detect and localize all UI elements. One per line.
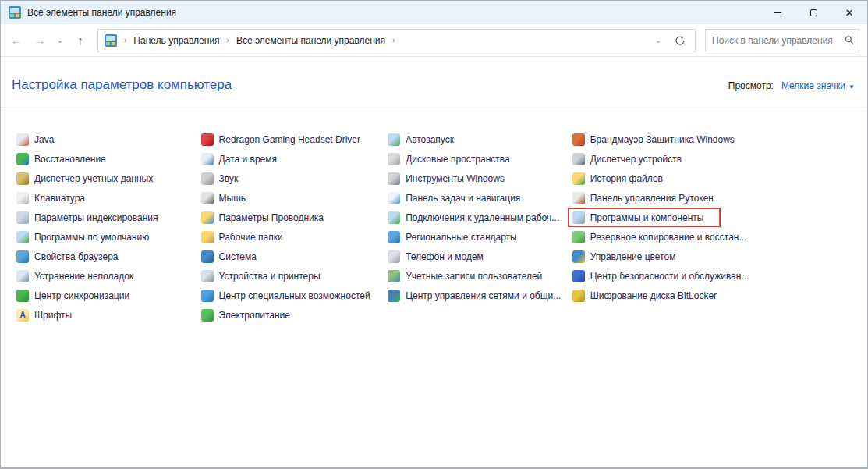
control-panel-icon — [9, 6, 21, 19]
control-panel-item-row: Панель задач и навигация — [384, 188, 523, 208]
control-panel-item[interactable]: Программы по умолчанию — [13, 229, 152, 245]
control-panel-item[interactable]: Рабочие папки — [198, 229, 286, 245]
history-dropdown-button[interactable]: ⌄ — [52, 30, 68, 52]
control-panel-item-label: История файлов — [590, 173, 663, 184]
control-panel-item[interactable]: Брандмауэр Защитника Windows — [569, 131, 738, 147]
control-panel-item-row: Подключения к удаленным рабоч... — [384, 208, 562, 227]
items-column-3: АвтозапускДисковые пространстваИнструмен… — [384, 130, 569, 325]
forward-button[interactable]: → — [29, 30, 51, 52]
control-panel-item-row: Java — [13, 130, 57, 149]
control-panel-item-row: История файлов — [569, 169, 666, 188]
control-panel-item[interactable]: Панель задач и навигация — [384, 190, 523, 206]
control-panel-item[interactable]: Параметры индексирования — [13, 209, 161, 226]
control-panel-item-label: Диспетчер устройств — [590, 154, 682, 165]
control-panel-item[interactable]: Дата и время — [198, 151, 280, 167]
control-panel-item[interactable]: Автозапуск — [384, 131, 457, 147]
control-panel-item[interactable]: Телефон и модем — [384, 248, 487, 265]
control-panel-item[interactable]: Региональные стандарты — [384, 229, 520, 245]
region-icon — [388, 231, 400, 243]
control-panel-item[interactable]: Параметры Проводника — [198, 209, 327, 226]
control-panel-item[interactable]: AШрифты — [13, 307, 75, 323]
recovery-icon — [16, 153, 29, 165]
control-panel-item-label: Шрифты — [34, 310, 72, 321]
credential-manager-icon — [16, 172, 29, 185]
control-panel-item-label: Диспетчер учетных данных — [34, 173, 153, 184]
control-panel-item[interactable]: Дисковые пространства — [384, 151, 513, 167]
address-dropdown-icon[interactable]: ⌄ — [648, 36, 668, 44]
control-panel-item[interactable]: Устройства и принтеры — [198, 268, 324, 284]
back-button[interactable]: ← — [5, 30, 27, 52]
control-panel-item-label: Подключения к удаленным рабоч... — [406, 212, 559, 223]
control-panel-item[interactable]: Устранение неполадок — [13, 268, 136, 284]
control-panel-item[interactable]: Подключения к удаленным рабоч... — [384, 209, 562, 226]
control-panel-item[interactable]: Центр синхронизации — [13, 287, 133, 304]
control-panel-item[interactable]: Java — [13, 131, 57, 147]
minimize-icon — [774, 12, 781, 13]
control-panel-item[interactable]: Центр управления сетями и общи... — [384, 287, 564, 304]
control-panel-item[interactable]: Электропитание — [198, 307, 293, 323]
control-panel-item[interactable]: Центр специальных возможностей — [198, 287, 374, 304]
breadcrumb-separator-icon: › — [223, 36, 233, 44]
breadcrumb-segment[interactable]: Панель управления — [130, 32, 222, 49]
control-panel-item[interactable]: Мышь — [198, 190, 250, 206]
control-panel-item[interactable]: Инструменты Windows — [384, 170, 508, 187]
refresh-button[interactable] — [668, 30, 692, 52]
control-panel-item-row: Рабочие папки — [198, 227, 286, 247]
control-panel-item[interactable]: Резервное копирование и восстан... — [569, 229, 750, 245]
control-panel-item[interactable]: Звук — [198, 170, 242, 187]
sound-icon — [201, 172, 214, 185]
control-panel-item[interactable]: Центр безопасности и обслуживан... — [569, 268, 753, 284]
control-panel-item-row: Восстановление — [13, 149, 109, 169]
breadcrumb-separator-icon: › — [120, 36, 130, 44]
troubleshooting-icon — [16, 270, 29, 282]
control-panel-item-row: Электропитание — [198, 305, 293, 325]
control-panel-item[interactable]: Диспетчер учетных данных — [13, 170, 156, 187]
control-panel-item-label: Региональные стандарты — [406, 232, 517, 243]
redragon-icon — [201, 133, 214, 146]
control-panel-item[interactable]: Система — [198, 248, 260, 265]
maximize-button[interactable] — [795, 1, 831, 24]
control-panel-item[interactable]: Шифрование диска BitLocker — [569, 287, 720, 304]
control-panel-item-label: Панель задач и навигация — [406, 193, 520, 204]
java-icon — [16, 133, 29, 146]
control-panel-item[interactable]: Свойства браузера — [13, 248, 122, 265]
control-panel-item[interactable]: Диспетчер устройств — [569, 151, 685, 167]
content-area: Настройка параметров компьютера Просмотр… — [1, 57, 867, 325]
close-button[interactable]: ✕ — [831, 1, 867, 24]
work-folders-icon — [201, 231, 214, 243]
items-column-2: Redragon Gaming Headset DriverДата и вре… — [198, 130, 385, 325]
up-button[interactable]: ↑ — [69, 30, 91, 52]
control-panel-item[interactable]: Клавиатура — [13, 190, 88, 206]
remote-desktop-connections-icon — [388, 211, 400, 224]
security-and-maintenance-icon — [572, 270, 585, 282]
control-panel-icon — [105, 34, 117, 47]
breadcrumb-segment[interactable]: Все элементы панели управления — [233, 32, 388, 49]
chevron-down-icon: ▼ — [849, 83, 855, 91]
control-panel-item-row: Учетные записи пользователей — [384, 266, 545, 286]
control-panel-item[interactable]: Панель управления Рутокен — [569, 190, 717, 206]
control-panel-item-label: Параметры индексирования — [34, 212, 158, 223]
programs-and-features-icon — [572, 211, 585, 224]
address-bar[interactable]: ›Панель управления›Все элементы панели у… — [97, 29, 696, 52]
control-panel-item[interactable]: Учетные записи пользователей — [384, 268, 545, 284]
taskbar-and-navigation-icon — [388, 192, 400, 204]
control-panel-item-label: Центр управления сетями и общи... — [406, 290, 561, 301]
minimize-button[interactable] — [760, 1, 795, 24]
default-programs-icon — [16, 231, 29, 243]
refresh-icon — [675, 35, 686, 46]
search-input[interactable] — [712, 35, 845, 46]
control-panel-item[interactable]: Redragon Gaming Headset Driver — [198, 131, 363, 147]
control-panel-item-row: Клавиатура — [13, 188, 88, 208]
title-bar: Все элементы панели управления ✕ — [1, 1, 867, 24]
control-panel-item[interactable]: Управление цветом — [569, 248, 679, 265]
system-icon — [201, 250, 214, 263]
control-panel-item-row: Параметры Проводника — [198, 208, 327, 227]
mouse-icon — [201, 192, 214, 204]
control-panel-item[interactable]: Программы и компоненты — [569, 209, 720, 226]
view-dropdown[interactable]: Мелкие значки▼ — [781, 80, 855, 91]
control-panel-item-row: Центр синхронизации — [13, 286, 133, 305]
control-panel-item-row: AШрифты — [13, 305, 75, 325]
keyboard-icon — [16, 192, 29, 204]
control-panel-item[interactable]: Восстановление — [13, 151, 109, 167]
control-panel-item[interactable]: История файлов — [569, 170, 666, 187]
